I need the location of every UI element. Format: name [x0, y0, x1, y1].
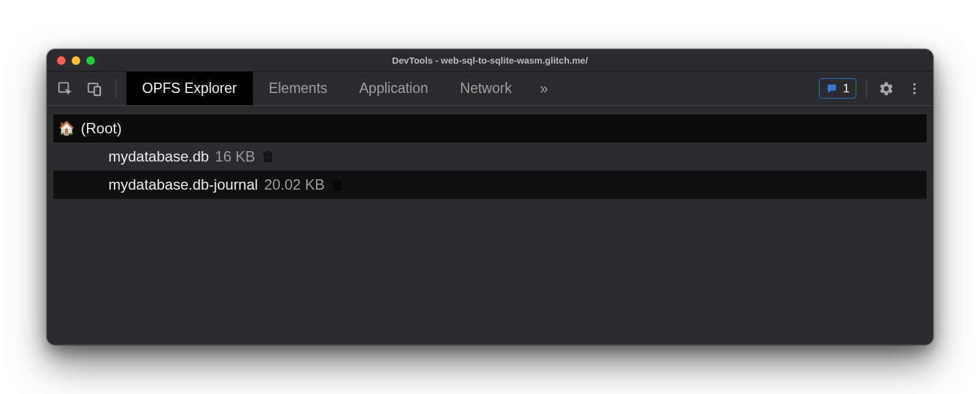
- chat-icon: [826, 83, 838, 95]
- svg-point-6: [913, 92, 916, 94]
- home-icon: 🏠: [58, 121, 75, 136]
- trash-icon[interactable]: 🗑: [331, 177, 344, 193]
- file-size: 20.02 KB: [264, 176, 325, 193]
- titlebar: DevTools - web-sql-to-sqlite-wasm.glitch…: [47, 50, 933, 72]
- gear-icon: [878, 81, 894, 97]
- issues-button[interactable]: 1: [819, 78, 856, 98]
- toolbar-right: 1: [810, 72, 933, 105]
- inspect-element-icon[interactable]: [56, 80, 74, 98]
- trash-icon[interactable]: 🗑: [262, 149, 275, 165]
- tab-strip: OPFS Explorer Elements Application Netwo…: [126, 72, 810, 105]
- tab-network[interactable]: Network: [444, 72, 527, 105]
- more-tabs-button[interactable]: »: [527, 72, 560, 105]
- window-maximize-button[interactable]: [86, 56, 95, 65]
- opfs-tree-panel: 🏠 (Root) mydatabase.db 16 KB 🗑 mydatabas…: [47, 106, 933, 344]
- toolbar-divider: [116, 80, 116, 98]
- tab-label: OPFS Explorer: [142, 80, 237, 97]
- kebab-menu-button[interactable]: [905, 79, 924, 98]
- settings-button[interactable]: [876, 79, 896, 98]
- devtools-window: DevTools - web-sql-to-sqlite-wasm.glitch…: [47, 49, 933, 345]
- toolbar: OPFS Explorer Elements Application Netwo…: [47, 72, 933, 106]
- tab-label: Application: [360, 80, 429, 97]
- window-minimize-button[interactable]: [72, 56, 80, 65]
- file-name: mydatabase.db-journal: [108, 176, 258, 193]
- issues-count: 1: [843, 81, 850, 95]
- tab-application[interactable]: Application: [344, 72, 445, 105]
- tab-elements[interactable]: Elements: [253, 72, 344, 105]
- tab-label: Network: [460, 80, 511, 97]
- root-label: (Root): [81, 120, 122, 137]
- chevron-double-right-icon: »: [540, 80, 548, 97]
- tab-label: Elements: [269, 80, 328, 97]
- tab-opfs-explorer[interactable]: OPFS Explorer: [126, 72, 253, 105]
- toolbar-left: [47, 72, 126, 105]
- svg-rect-2: [94, 86, 100, 95]
- svg-point-4: [913, 83, 916, 86]
- file-name: mydatabase.db: [108, 148, 209, 165]
- device-toggle-icon[interactable]: [85, 80, 104, 98]
- file-row[interactable]: mydatabase.db 16 KB 🗑: [53, 143, 927, 171]
- dots-vertical-icon: [907, 81, 922, 96]
- traffic-lights: [57, 56, 95, 65]
- toolbar-divider: [866, 80, 867, 98]
- tree-root-row[interactable]: 🏠 (Root): [53, 114, 927, 143]
- window-title: DevTools - web-sql-to-sqlite-wasm.glitch…: [57, 55, 923, 65]
- file-size: 16 KB: [215, 148, 255, 165]
- file-row[interactable]: mydatabase.db-journal 20.02 KB 🗑: [53, 171, 927, 199]
- window-close-button[interactable]: [57, 56, 66, 65]
- svg-point-5: [913, 87, 916, 90]
